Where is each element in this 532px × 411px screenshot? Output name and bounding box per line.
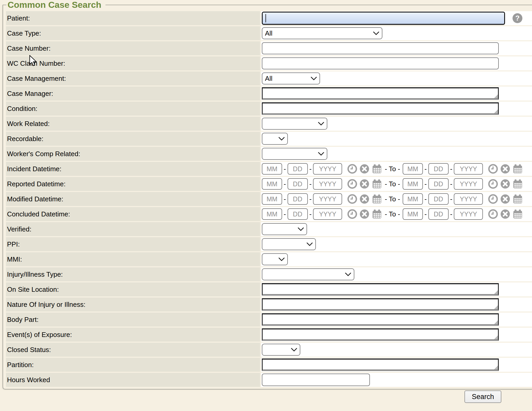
condition-input[interactable] — [262, 102, 499, 115]
help-icon[interactable]: ? — [513, 13, 522, 23]
year-input[interactable] — [454, 208, 483, 220]
field-label: Nature Of Injury or Illness: — [6, 297, 260, 311]
clear-icon[interactable] — [500, 209, 510, 219]
clock-icon[interactable] — [347, 179, 357, 189]
calendar-icon[interactable] — [513, 209, 523, 219]
row-partition: Partition: — [6, 358, 532, 372]
field-control — [261, 117, 532, 131]
date-separator: - — [424, 210, 427, 218]
on-site-location-input[interactable] — [262, 283, 499, 296]
resize-grip[interactable] — [494, 366, 498, 369]
clear-icon[interactable] — [360, 164, 369, 174]
date-input-group: - - — [262, 163, 382, 175]
clear-icon[interactable] — [500, 179, 510, 189]
day-input[interactable] — [428, 208, 449, 220]
injury-illness-type-select[interactable] — [262, 268, 354, 280]
clock-icon[interactable] — [347, 194, 357, 204]
year-input[interactable] — [313, 178, 342, 190]
partition-input[interactable] — [262, 359, 499, 371]
clear-icon[interactable] — [360, 194, 369, 204]
field-label: Injury/Illness Type: — [6, 267, 260, 281]
calendar-icon[interactable] — [372, 209, 382, 219]
clock-icon[interactable] — [488, 179, 498, 189]
clear-icon[interactable] — [360, 209, 369, 219]
verified-select[interactable] — [262, 223, 307, 235]
day-input[interactable] — [288, 208, 308, 220]
case-management-select[interactable]: All — [262, 72, 320, 84]
field-label: Concluded Datetime: — [6, 207, 260, 221]
year-input[interactable] — [313, 193, 342, 205]
button-bar: Search — [3, 389, 532, 403]
day-input[interactable] — [428, 163, 449, 175]
ppi-select[interactable] — [262, 238, 316, 250]
case-manager-input[interactable] — [262, 87, 499, 100]
events-of-exposure-input[interactable] — [262, 328, 499, 341]
clock-icon[interactable] — [488, 164, 498, 174]
recordable-select[interactable] — [262, 133, 288, 145]
calendar-icon[interactable] — [513, 194, 523, 204]
clock-icon[interactable] — [488, 209, 498, 219]
month-input[interactable] — [403, 193, 423, 205]
day-input[interactable] — [428, 193, 449, 205]
day-input[interactable] — [288, 193, 308, 205]
month-input[interactable] — [403, 178, 423, 190]
workers-comp-related-select[interactable] — [262, 148, 327, 160]
year-input[interactable] — [454, 193, 483, 205]
year-input[interactable] — [313, 208, 342, 220]
nature-of-injury-input[interactable] — [262, 298, 499, 311]
month-input[interactable] — [403, 163, 423, 175]
clear-icon[interactable] — [500, 164, 510, 174]
field-label: Hours Worked — [6, 373, 260, 387]
clear-icon[interactable] — [500, 194, 510, 204]
hours-worked-input[interactable] — [262, 374, 370, 386]
resize-grip[interactable] — [494, 94, 498, 98]
day-input[interactable] — [288, 178, 308, 190]
chevron-down-icon — [318, 152, 324, 156]
day-input[interactable] — [428, 178, 449, 190]
mmi-select[interactable] — [262, 253, 288, 265]
date-range-until: - - — [403, 163, 523, 175]
case-number-input[interactable] — [262, 42, 499, 54]
body-part-input[interactable] — [262, 313, 499, 326]
resize-grip[interactable] — [494, 290, 498, 294]
calendar-icon[interactable] — [372, 179, 382, 189]
date-separator: - — [424, 180, 427, 188]
month-input[interactable] — [262, 178, 282, 190]
month-input[interactable] — [262, 208, 282, 220]
clock-icon[interactable] — [347, 164, 357, 174]
calendar-icon[interactable] — [372, 194, 382, 204]
resize-grip[interactable] — [494, 109, 498, 113]
work-related-select[interactable] — [262, 118, 327, 130]
date-range-from: - - — [262, 178, 382, 190]
month-input[interactable] — [403, 208, 423, 220]
clock-icon[interactable] — [347, 209, 357, 219]
row-wc-claim-number: WC Claim Number: — [6, 56, 532, 70]
date-range-until: - - — [403, 178, 523, 190]
patient-input[interactable] — [262, 12, 505, 25]
resize-grip[interactable] — [494, 305, 498, 309]
resize-grip[interactable] — [494, 335, 498, 339]
year-input[interactable] — [313, 163, 342, 175]
date-icons — [347, 209, 382, 219]
month-input[interactable] — [262, 163, 282, 175]
resize-grip[interactable] — [494, 320, 498, 324]
year-input[interactable] — [454, 178, 483, 190]
field-label: Case Management: — [6, 71, 260, 85]
clear-icon[interactable] — [360, 179, 369, 189]
calendar-icon[interactable] — [513, 164, 523, 174]
month-input[interactable] — [262, 193, 282, 205]
closed-status-select[interactable] — [262, 344, 300, 356]
search-button[interactable]: Search — [464, 390, 501, 403]
calendar-icon[interactable] — [372, 164, 382, 174]
date-icons — [488, 209, 523, 219]
case-type-select[interactable]: All — [262, 27, 382, 39]
clock-icon[interactable] — [488, 194, 498, 204]
calendar-icon[interactable] — [513, 179, 523, 189]
wc-claim-number-input[interactable] — [262, 57, 499, 69]
date-icons — [347, 164, 382, 174]
row-incident-datetime: Incident Datetime: - - — [6, 162, 532, 176]
day-input[interactable] — [288, 163, 308, 175]
field-label: Reported Datetime: — [6, 177, 260, 191]
chevron-down-icon — [345, 273, 351, 276]
year-input[interactable] — [454, 163, 483, 175]
